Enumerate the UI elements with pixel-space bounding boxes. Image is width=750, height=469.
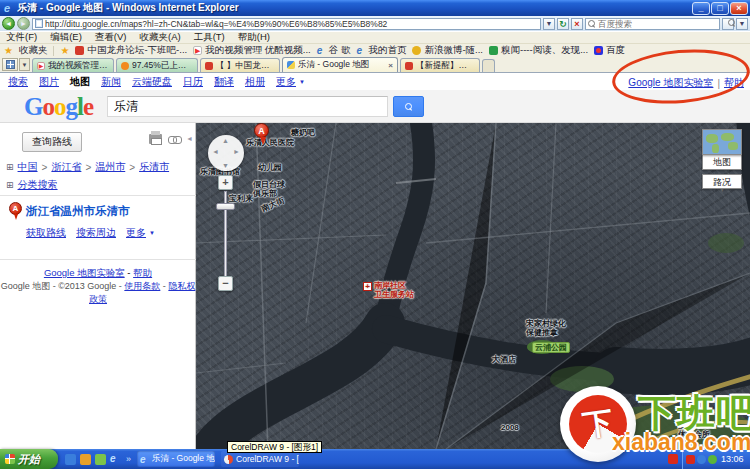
- gbar-photos[interactable]: 相册: [245, 75, 265, 89]
- tab-close-icon[interactable]: ×: [388, 61, 393, 70]
- zoom-out-button[interactable]: −: [218, 276, 233, 291]
- result-marker-a[interactable]: A: [9, 202, 22, 215]
- new-tab-button[interactable]: [482, 59, 495, 72]
- favorite-item-google[interactable]: e 谷 歌: [317, 44, 351, 57]
- map-overview-thumbnail[interactable]: [702, 129, 742, 155]
- quick-tabs-button[interactable]: [2, 58, 18, 71]
- favorite-item-reader[interactable]: 糗闻----阅读、发现...: [489, 44, 588, 57]
- gbar-maps-current[interactable]: 地图: [70, 75, 90, 89]
- tab-tudou[interactable]: 97.45%已上传 - 土豆网 ...: [116, 58, 198, 72]
- chevron-down-icon: ▼: [703, 189, 741, 192]
- google-maps-site-icon: [287, 61, 295, 69]
- breadcrumb-china[interactable]: 中国: [18, 160, 38, 174]
- forum-site-icon: [205, 62, 213, 70]
- favorites-bar: ★ 收藏夹 ★ 中国龙舟论坛-下班吧-... ▶ 我的视频管理 优酷视频... …: [0, 43, 750, 57]
- pan-left-icon[interactable]: ◄: [212, 148, 219, 155]
- url-field[interactable]: [32, 18, 541, 30]
- pan-right-icon[interactable]: ►: [233, 148, 240, 155]
- result-search-nearby-link[interactable]: 搜索周边: [76, 226, 116, 240]
- maps-search-input[interactable]: [107, 96, 388, 117]
- gbar-search[interactable]: 搜索: [8, 75, 28, 89]
- quick-launch-more-icon[interactable]: »: [126, 454, 131, 464]
- gbar-images[interactable]: 图片: [39, 75, 59, 89]
- breadcrumb-yueqing[interactable]: 乐清市: [139, 160, 169, 174]
- zoom-in-button[interactable]: +: [218, 175, 233, 190]
- panel-copyright: Google 地图 - ©2013 Google - 使用条款 - 隐私权政策: [0, 280, 196, 306]
- share-link-icon[interactable]: [168, 136, 181, 143]
- ie-quicklaunch-icon[interactable]: e: [110, 454, 121, 465]
- tab-youku[interactable]: ▶ 我的视频管理 优酷视频...: [32, 58, 114, 72]
- folder-icon[interactable]: [95, 454, 106, 465]
- get-directions-button[interactable]: 查询路线: [22, 132, 82, 152]
- favorite-item-baidu[interactable]: 百度: [594, 44, 625, 57]
- expand-icon[interactable]: ⊞: [6, 180, 14, 190]
- favorite-item-homepage[interactable]: e 我的首页: [356, 44, 406, 57]
- search-go-button[interactable]: [722, 18, 734, 30]
- map-marker-a[interactable]: A: [254, 123, 269, 138]
- gbar-translate[interactable]: 翻译: [214, 75, 234, 89]
- chevron-down-icon: ▼: [299, 79, 305, 85]
- pan-up-icon[interactable]: ▲: [222, 137, 229, 144]
- add-favorite-star-icon[interactable]: ★: [60, 45, 69, 56]
- favorite-item-youku[interactable]: ▶ 我的视频管理 优酷视频...: [193, 44, 311, 57]
- result-more-link[interactable]: 更多: [126, 226, 146, 240]
- baidu-search-input[interactable]: [598, 19, 717, 29]
- search-options-button[interactable]: ▼: [736, 18, 748, 30]
- start-button[interactable]: 开始: [0, 449, 58, 469]
- help-link[interactable]: 帮助: [133, 267, 152, 278]
- window-title: 乐清 - Google 地图 - Windows Internet Explor…: [17, 1, 691, 15]
- maps-labs-link[interactable]: Google 地图实验室: [44, 267, 125, 278]
- result-directions-link[interactable]: 获取路线: [26, 226, 66, 240]
- back-button[interactable]: ◄: [2, 17, 15, 30]
- map-label-baolilai: 宝利来: [229, 194, 253, 203]
- task-button-ie[interactable]: e 乐清 - Google 地...: [137, 451, 215, 467]
- map-pan-control[interactable]: ▲ ▼ ◄ ►: [208, 135, 244, 171]
- youku-play-icon: ▶: [37, 62, 45, 70]
- map-label-milkbar: 糖奶吧: [291, 128, 315, 137]
- windows-flag-icon: [5, 454, 15, 464]
- task-button-coreldraw[interactable]: CorelDRAW 9 - [...: [221, 451, 299, 467]
- pan-down-icon[interactable]: ▼: [222, 162, 229, 169]
- ie-site-icon: e: [317, 46, 326, 55]
- menu-bar: 文件(F) 编辑(E) 查看(V) 收藏夹(A) 工具(T) 帮助(H): [0, 31, 750, 43]
- result-title[interactable]: 浙江省温州市乐清市: [26, 204, 130, 219]
- map-label-massage: 宋家村绿化保健推拿: [526, 319, 566, 337]
- category-search-link[interactable]: 分类搜索: [18, 178, 58, 192]
- show-desktop-icon[interactable]: [65, 454, 76, 465]
- stop-button[interactable]: ×: [571, 18, 583, 30]
- tab-forum-2[interactable]: 【新提醒】中国龙舟论坛...: [400, 58, 480, 72]
- map-type-button[interactable]: 地图: [702, 155, 742, 170]
- url-input[interactable]: [45, 19, 538, 29]
- forum-site-icon: [75, 46, 84, 55]
- gbar-news[interactable]: 新闻: [101, 75, 121, 89]
- baidu-search-box[interactable]: [585, 18, 720, 30]
- maps-search-button[interactable]: [393, 96, 424, 117]
- favorite-item-longzhou[interactable]: 中国龙舟论坛-下班吧-...: [75, 44, 187, 57]
- traffic-button[interactable]: 路况 ▼: [702, 174, 742, 189]
- favorite-item-sina-weibo[interactable]: 新浪微博-随...: [412, 44, 483, 57]
- expand-icon[interactable]: ⊞: [6, 162, 14, 172]
- refresh-button[interactable]: ↻: [557, 18, 569, 30]
- maximize-button[interactable]: □: [711, 2, 729, 15]
- tab-forum-1[interactable]: 【 】中国龙舟论坛...: [200, 58, 280, 72]
- tab-google-maps-active[interactable]: 乐清 - Google 地图 ×: [282, 57, 398, 72]
- forward-button[interactable]: ►: [17, 17, 30, 30]
- map-label-hotel: 大酒店: [492, 355, 516, 364]
- page-icon: [35, 19, 43, 28]
- minimize-button[interactable]: _: [692, 2, 710, 15]
- tab-list-dropdown-button[interactable]: ▼: [19, 58, 30, 71]
- close-button[interactable]: ×: [730, 2, 748, 15]
- print-icon[interactable]: [149, 134, 162, 144]
- breadcrumb-zhejiang[interactable]: 浙江省: [51, 160, 81, 174]
- breadcrumb-wenzhou[interactable]: 温州市: [95, 160, 125, 174]
- gbar-calendar[interactable]: 日历: [183, 75, 203, 89]
- collapse-panel-icon[interactable]: ◄: [186, 135, 193, 142]
- media-player-icon[interactable]: [80, 454, 91, 465]
- zoom-slider-handle[interactable]: [216, 203, 235, 210]
- favorites-button[interactable]: 收藏夹: [19, 44, 48, 57]
- gbar-drive[interactable]: 云端硬盘: [132, 75, 172, 89]
- terms-link[interactable]: 使用条款: [124, 281, 160, 291]
- url-dropdown-button[interactable]: ▼: [543, 18, 555, 30]
- gbar-more[interactable]: 更多: [276, 75, 296, 89]
- search-icon: [405, 103, 413, 111]
